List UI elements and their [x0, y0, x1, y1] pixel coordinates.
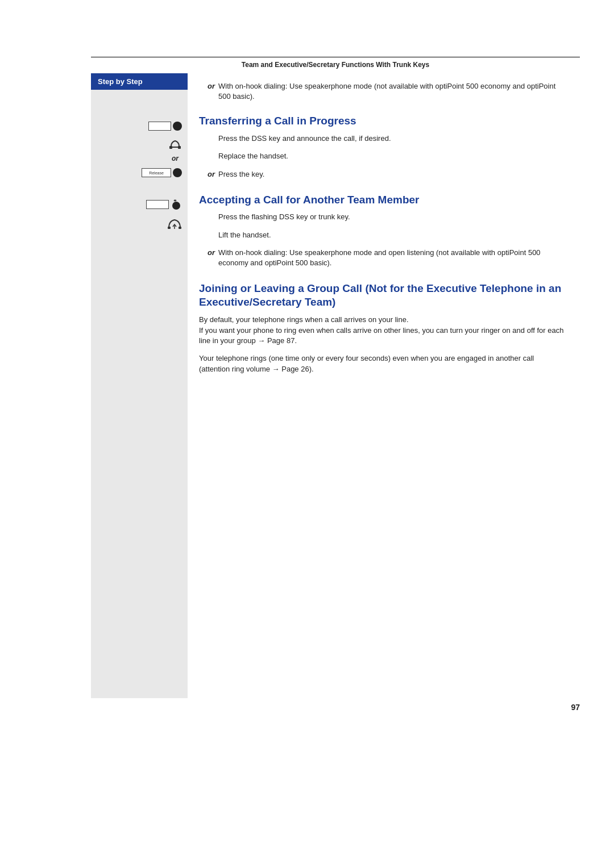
transfer-step-1-label: [199, 133, 215, 134]
step-by-step-header: Step by Step: [91, 73, 188, 90]
dss-dot: [173, 122, 182, 131]
step-by-step-label: Step by Step: [98, 77, 143, 86]
transfer-step-1: Press the DSS key and announce the call,…: [199, 133, 566, 147]
or-label: or: [172, 155, 179, 162]
accepting-step-2-label: [199, 230, 215, 231]
transfer-step-2: Replace the handset.: [199, 151, 566, 165]
page-container: Team and Executive/Secretary Functions W…: [0, 0, 614, 868]
lift-handset-icon: [167, 218, 182, 230]
handset-replace-row: [91, 137, 182, 151]
accepting-step-1-label: [199, 212, 215, 212]
dss-button-icon: [148, 122, 182, 131]
accepting-step-1-text: Press the flashing DSS key or trunk key.: [218, 212, 566, 222]
transfer-step-1-text: Press the DSS key and announce the call,…: [218, 133, 566, 144]
accepting-step-3-label: or: [199, 248, 215, 257]
transfer-step-3-text: Press the key.: [218, 169, 566, 180]
dss-ringing-icon: [146, 199, 182, 210]
or-label-row: or: [91, 153, 182, 164]
accepting-step-1: Press the flashing DSS key or trunk key.: [199, 212, 566, 226]
header-title: Team and Executive/Secretary Functions W…: [242, 61, 429, 69]
section-joining-title: Joining or Leaving a Group Call (Not for…: [199, 282, 566, 309]
accepting-step-2-text: Lift the handset.: [218, 230, 566, 240]
accepting-step-2: Lift the handset.: [199, 230, 566, 244]
svg-point-3: [172, 202, 180, 210]
handset-replace-icon: [168, 139, 182, 150]
release-dot: [173, 168, 182, 177]
svg-rect-4: [168, 227, 171, 229]
dss-ringing-rect: [146, 200, 169, 209]
svg-rect-5: [179, 227, 181, 229]
lift-handset-row: [91, 217, 182, 231]
joining-para-2: Your telephone rings (one time only or e…: [199, 353, 566, 375]
release-button-row: Release: [91, 166, 182, 180]
transfer-step-2-text: Replace the handset.: [218, 151, 566, 161]
intro-or-label: or: [199, 81, 215, 90]
accepting-step-3: or With on-hook dialing: Use speakerphon…: [199, 248, 566, 272]
page-number: 97: [91, 698, 580, 712]
intro-text: With on-hook dialing: Use speakerphone m…: [218, 81, 566, 102]
ringing-dot-wrapper: [171, 199, 182, 210]
page-header: Team and Executive/Secretary Functions W…: [91, 57, 580, 73]
left-icons-area: or Release: [91, 90, 188, 231]
accepting-step-3-text: With on-hook dialing: Use speakerphone m…: [218, 248, 566, 268]
dss-rect: [148, 122, 171, 131]
release-button-icon: Release: [142, 168, 182, 177]
transfer-step-3: or Press the key.: [199, 169, 566, 183]
release-rect: Release: [142, 168, 171, 177]
svg-rect-1: [178, 146, 181, 149]
left-column: Step by Step: [91, 73, 188, 698]
two-col-layout: Step by Step: [91, 73, 580, 698]
section-accepting: Accepting a Call for Another Team Member…: [199, 193, 566, 272]
dss-ringing-row: [91, 197, 182, 212]
section-joining: Joining or Leaving a Group Call (Not for…: [199, 282, 566, 375]
intro-or-line: or With on-hook dialing: Use speakerphon…: [199, 81, 566, 105]
transfer-step-2-label: [199, 151, 215, 152]
transfer-step-3-label: or: [199, 169, 215, 178]
section-transfer: Transferring a Call in Progress Press th…: [199, 114, 566, 182]
page-number-value: 97: [571, 703, 580, 712]
section-transfer-title: Transferring a Call in Progress: [199, 114, 566, 128]
joining-para-1: By default, your telephone rings when a …: [199, 315, 566, 347]
ringing-dot-svg: [171, 199, 182, 210]
section-accepting-title: Accepting a Call for Another Team Member: [199, 193, 566, 207]
dss-button-icon-row: [91, 119, 182, 133]
page-inner: Team and Executive/Secretary Functions W…: [91, 57, 580, 834]
svg-rect-0: [169, 146, 172, 149]
right-column: or With on-hook dialing: Use speakerphon…: [188, 73, 580, 698]
